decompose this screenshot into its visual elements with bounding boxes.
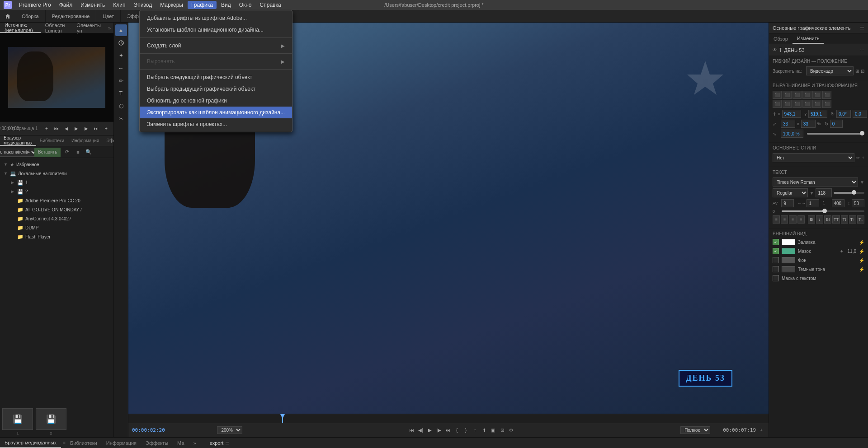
- program-play-button[interactable]: ▶: [426, 427, 434, 434]
- media-collapse-button[interactable]: ≡: [73, 148, 82, 157]
- menu-graphics[interactable]: Графика: [188, 1, 217, 9]
- media-search-button[interactable]: 🔍: [84, 148, 93, 157]
- media-fwd-button[interactable]: ▶: [24, 148, 33, 157]
- program-lift-button[interactable]: ↑: [472, 427, 479, 434]
- source-add-marker-button[interactable]: +: [43, 125, 50, 132]
- stroke-color-swatch[interactable]: [782, 248, 795, 254]
- layer-visibility-icon[interactable]: 👁: [773, 47, 777, 52]
- program-settings-button[interactable]: ⚙: [508, 427, 515, 434]
- align-left-text-button[interactable]: ≡: [773, 215, 780, 224]
- all-caps-button[interactable]: TT: [832, 215, 840, 224]
- kerning-input[interactable]: [781, 199, 794, 207]
- tracking-input[interactable]: [807, 199, 819, 207]
- mb-tab-browser[interactable]: Браузер медиаданных: [0, 135, 36, 146]
- background-checkbox[interactable]: [773, 257, 779, 263]
- program-scrubber-bar[interactable]: [128, 414, 769, 423]
- tool-brush[interactable]: ✏: [115, 75, 127, 87]
- stroke-checkbox[interactable]: [773, 248, 779, 254]
- stroke-add-icon[interactable]: +: [840, 249, 843, 254]
- tree-item-favorites[interactable]: ▼ ★ Избранное: [2, 160, 112, 169]
- source-ffwd-button[interactable]: ⏭: [93, 125, 100, 132]
- program-safe-area-button[interactable]: ⊡: [499, 427, 506, 434]
- menu-replace-fonts[interactable]: Заменить шрифты в проектах...: [140, 118, 292, 130]
- media-refresh-button[interactable]: ⟳: [62, 148, 71, 157]
- tree-item-ai-golive[interactable]: 📁 AI_GO-LIVE ON MONDAY /: [2, 205, 112, 214]
- mask-checkbox[interactable]: [773, 275, 779, 281]
- background-opacity-icon[interactable]: ⚡: [859, 258, 864, 263]
- tool-selection[interactable]: ▲: [115, 24, 127, 36]
- sequence-menu-icon[interactable]: ☰: [225, 440, 230, 446]
- tree-item-flash-player[interactable]: 📁 Flash Player: [2, 232, 112, 241]
- scale-input[interactable]: 100,0 %: [781, 130, 803, 138]
- bottom-tab-ma[interactable]: Ма: [173, 438, 189, 448]
- program-stepback-button[interactable]: ◀|: [417, 427, 425, 434]
- program-zoom-select[interactable]: 200%: [217, 426, 242, 434]
- align-right-text-button[interactable]: ≡: [789, 215, 796, 224]
- align-justify-text-button[interactable]: ≡: [797, 215, 805, 224]
- menu-file[interactable]: Файл: [56, 1, 76, 9]
- tool-razor[interactable]: ✂: [115, 113, 127, 125]
- shadow-opacity-icon[interactable]: ⚡: [859, 267, 864, 272]
- program-extract-button[interactable]: ⬆: [481, 427, 488, 434]
- font-size-slider[interactable]: [834, 192, 864, 194]
- tool-shape[interactable]: ⬡: [115, 100, 127, 112]
- stroke-value[interactable]: 11,0: [848, 249, 856, 254]
- program-mark-in-button[interactable]: {: [453, 427, 461, 434]
- bottom-tab-libraries[interactable]: Библиотеки: [66, 438, 102, 448]
- menu-view[interactable]: Вид: [217, 1, 235, 9]
- source-step-fwd-button[interactable]: ▶: [83, 125, 90, 132]
- tool-pen[interactable]: [115, 37, 127, 49]
- menu-add-fonts[interactable]: Добавить шрифты из шрифтов Adobe...: [140, 12, 292, 24]
- menu-episode[interactable]: Эпизод: [130, 1, 156, 9]
- superscript-button[interactable]: T↑: [849, 215, 856, 224]
- source-rewind-button[interactable]: ⏮: [53, 125, 60, 132]
- source-play-button[interactable]: ▶: [73, 125, 80, 132]
- small-caps-button[interactable]: Tt: [841, 215, 848, 224]
- menu-help[interactable]: Справка: [256, 1, 285, 9]
- menu-update-master[interactable]: Обновить до основной графики: [140, 95, 292, 107]
- bottom-tab-seq-more[interactable]: »: [189, 438, 201, 448]
- y-position-input[interactable]: 519,1: [808, 110, 827, 118]
- mb-tab-libraries[interactable]: Библиотеки: [36, 135, 68, 146]
- distribute-center-h-button[interactable]: ⬛: [783, 100, 792, 108]
- scale-slider[interactable]: [807, 133, 864, 135]
- properties-panel-menu-icon[interactable]: ☰: [860, 25, 864, 31]
- program-timecode[interactable]: 00;00;02;20: [132, 427, 165, 433]
- bold-button[interactable]: B: [808, 215, 815, 224]
- program-scrubber-track[interactable]: [128, 414, 769, 423]
- fill-checkbox[interactable]: [773, 239, 779, 245]
- bottom-tab-effects[interactable]: Эффекты: [141, 438, 173, 448]
- tree-item-local[interactable]: ▼ 💻 Локальные накопители: [2, 169, 112, 178]
- tool-text[interactable]: T: [115, 88, 127, 99]
- align-center-text-button[interactable]: ≡: [781, 215, 788, 224]
- leading-input[interactable]: [852, 199, 864, 207]
- rotation2-input[interactable]: 0: [830, 120, 843, 128]
- subscript-button[interactable]: T↓: [857, 215, 864, 224]
- program-stepfwd-button[interactable]: |▶: [435, 427, 443, 434]
- shadow-checkbox[interactable]: [773, 266, 779, 272]
- tracking-slider[interactable]: [782, 210, 864, 212]
- align-center-v-button[interactable]: ⬛: [812, 91, 821, 99]
- tool-transform[interactable]: ↔: [115, 62, 127, 74]
- style-dropdown-icon[interactable]: ▼: [810, 191, 814, 196]
- media-insert-button[interactable]: Вставить: [34, 148, 61, 157]
- distribute-top-button[interactable]: ⬛: [802, 100, 811, 108]
- program-mark-out-button[interactable]: }: [462, 427, 470, 434]
- fill-color-swatch[interactable]: [782, 239, 795, 245]
- source-panel-tab-source[interactable]: Источник: (нет клипов): [0, 23, 41, 33]
- bottom-tab-info[interactable]: Информация: [102, 438, 141, 448]
- menu-next-graphic[interactable]: Выбрать следующий графический объект: [140, 71, 292, 83]
- rotation-input[interactable]: 0,0°: [836, 110, 851, 118]
- distribute-right-button[interactable]: ⬛: [793, 100, 802, 108]
- tree-item-premiere[interactable]: 📁 Adobe Premiere Pro CC 20: [2, 196, 112, 205]
- tree-item-anyconnect[interactable]: 📁 AnyConnect 4.3.04027: [2, 214, 112, 223]
- home-tab[interactable]: [0, 10, 15, 22]
- stroke-opacity-icon[interactable]: ⚡: [859, 249, 864, 254]
- align-left-button[interactable]: ⬛: [773, 91, 782, 99]
- program-quality-select[interactable]: Полное: [680, 426, 710, 434]
- layer-options-icon[interactable]: ⋯: [860, 47, 864, 52]
- mb-tab-info[interactable]: Информация: [68, 135, 103, 146]
- shadow-color-swatch[interactable]: [782, 266, 795, 272]
- tree-item-disk2[interactable]: ▶ 💾 2: [2, 187, 112, 196]
- distribute-middle-button[interactable]: ⬛: [812, 100, 821, 108]
